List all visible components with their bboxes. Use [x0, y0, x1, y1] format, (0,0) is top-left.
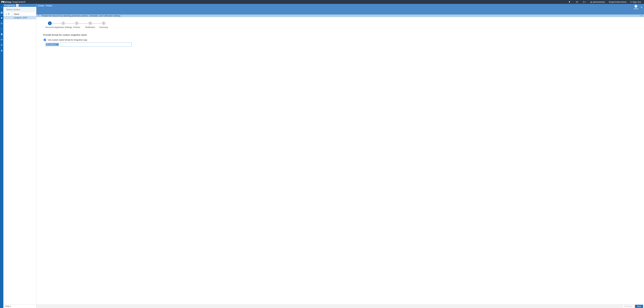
form-section: Provide format for custom snapshot name … — [43, 34, 134, 47]
col-name-header[interactable]: Name — [12, 13, 19, 15]
svg-rect-9 — [1, 13, 1, 14]
step-label: Policies — [73, 26, 80, 29]
nav-resources[interactable] — [0, 16, 3, 20]
info-icon: i — [634, 5, 637, 8]
list-item[interactable]: postgres_5432 — [3, 16, 36, 19]
user-menu[interactable]: administrator — [588, 0, 607, 4]
svg-rect-6 — [1, 13, 1, 13]
step-number: 2 — [62, 22, 65, 25]
netapp-logo: NetApp — [1, 1, 12, 3]
brand-prefix: NetApp — [4, 1, 12, 3]
step-policies[interactable]: 3 Policies — [70, 22, 84, 29]
nav-hosts[interactable] — [0, 33, 3, 36]
step-number: 1 — [48, 22, 52, 25]
sort-icon — [6, 13, 8, 15]
expand-rail-button[interactable] — [0, 6, 3, 9]
svg-rect-5 — [2, 12, 2, 12]
svg-rect-8 — [2, 13, 2, 13]
context-label: PostgreSQL — [4, 4, 15, 7]
checkbox-label: Use custom name format for Snapshot copy — [48, 39, 87, 41]
details-button[interactable]: i Details — [634, 5, 638, 10]
svg-point-20 — [2, 45, 2, 45]
svg-rect-16 — [1, 39, 2, 40]
name-token[interactable]: $HostName × — [46, 43, 59, 46]
search-container — [3, 7, 36, 12]
svg-point-19 — [1, 44, 2, 45]
next-button[interactable]: Next — [635, 305, 643, 308]
nav-rail — [0, 4, 3, 308]
svg-point-2 — [591, 1, 592, 2]
signout-label: Sign Out — [632, 1, 641, 3]
details-label: Details — [634, 8, 638, 10]
section-title: Provide format for custom snapshot name — [43, 34, 134, 36]
nav-dashboard[interactable] — [0, 11, 3, 14]
nav-storage[interactable] — [0, 38, 3, 41]
wizard-area: 1 Resource 2 Application Settings 3 Poli… — [36, 17, 644, 304]
messages-button[interactable] — [573, 0, 581, 4]
help-button[interactable]: ▼ — [581, 0, 588, 4]
info-strip-close[interactable]: ✕ — [641, 15, 643, 17]
nav-alerts[interactable] — [0, 49, 3, 52]
step-label: Application Settings — [54, 26, 72, 29]
nav-monitor[interactable] — [0, 22, 3, 25]
tenant-label[interactable]: SnapCenterAdmin — [607, 0, 628, 4]
wizard-footer: Previous Next — [36, 304, 644, 308]
content-header: Cluster - Protect i Details ✕ — [36, 4, 644, 15]
close-button[interactable]: ✕ — [640, 6, 643, 9]
info-strip-icon: i — [38, 15, 40, 17]
step-label: Resource — [46, 26, 54, 29]
nav-reports[interactable] — [0, 27, 3, 31]
list-item-name: postgres_5432 — [12, 17, 27, 19]
step-summary[interactable]: 5 Summary — [97, 22, 110, 29]
list-footer: Total 1 — [3, 304, 36, 308]
token-text: $HostName — [46, 44, 56, 46]
snapshot-name-input[interactable]: $HostName × — [46, 43, 132, 47]
brand: NetApp SnapCenter® — [1, 1, 26, 3]
top-bar: NetApp SnapCenter® ▼ administrator SnapC… — [0, 0, 644, 4]
svg-rect-4 — [2, 12, 2, 12]
chevron-down-icon[interactable]: ▼ — [16, 4, 19, 7]
filter-icon — [8, 13, 10, 15]
breadcrumb: Cluster - Protect — [38, 5, 52, 7]
context-bar: PostgreSQL ▼ — [3, 4, 36, 7]
svg-rect-14 — [1, 34, 2, 35]
custom-name-checkbox[interactable] — [44, 39, 46, 41]
step-application-settings[interactable]: 2 Application Settings — [56, 22, 70, 29]
brand-name: SnapCenter® — [12, 1, 26, 3]
snapshot-name-text-input[interactable] — [60, 43, 131, 46]
step-number: 5 — [102, 22, 106, 25]
token-remove-icon[interactable]: × — [57, 44, 58, 46]
step-notification[interactable]: 4 Notification — [84, 22, 97, 29]
info-strip: i Protect the resource by selecting prot… — [36, 15, 644, 17]
user-label: administrator — [592, 1, 605, 3]
svg-point-1 — [584, 2, 584, 3]
step-label: Summary — [99, 26, 108, 29]
content-area: Cluster - Protect i Details ✕ i Protect … — [36, 4, 644, 308]
svg-rect-13 — [1, 33, 2, 34]
notifications-button[interactable] — [566, 0, 573, 4]
total-count: Total 1 — [5, 305, 11, 307]
previous-button: Previous — [623, 305, 634, 308]
svg-rect-15 — [1, 35, 2, 35]
step-number: 3 — [75, 22, 78, 25]
svg-point-21 — [1, 45, 2, 46]
svg-rect-7 — [2, 13, 2, 13]
svg-rect-18 — [1, 40, 2, 41]
sort-controls[interactable] — [3, 13, 12, 16]
search-input[interactable] — [4, 8, 35, 11]
svg-rect-10 — [2, 13, 2, 14]
svg-rect-17 — [2, 39, 2, 40]
left-panel: PostgreSQL ▼ Name postgres_5432 Total 1 — [3, 4, 36, 308]
step-label: Notification — [85, 26, 95, 29]
stepper: 1 Resource 2 Application Settings 3 Poli… — [43, 22, 639, 29]
signout-button[interactable]: Sign Out — [628, 0, 643, 4]
list-header: Name — [3, 12, 36, 16]
svg-rect-3 — [1, 12, 1, 12]
info-strip-text: Protect the resource by selecting protec… — [42, 15, 121, 17]
svg-rect-11 — [2, 13, 2, 14]
context-dropdown[interactable]: PostgreSQL ▼ — [4, 4, 19, 7]
step-number: 4 — [88, 22, 92, 25]
nav-settings[interactable] — [0, 43, 3, 47]
